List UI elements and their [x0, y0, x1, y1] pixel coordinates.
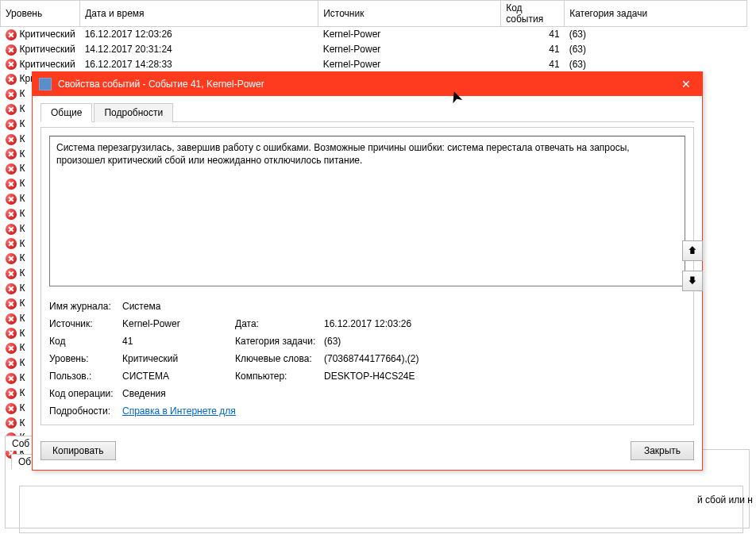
cell-level: К	[20, 328, 25, 339]
close-button[interactable]: Закрыть	[631, 441, 694, 460]
cell-level: К	[20, 372, 25, 383]
error-icon	[6, 238, 17, 249]
cell-level: К	[20, 193, 25, 204]
cell-level: К	[20, 103, 25, 114]
cell-level: Критический	[20, 44, 75, 55]
label-source: Источник:	[49, 318, 121, 329]
cell-level: К	[20, 417, 25, 428]
error-icon	[6, 104, 17, 115]
tab-general[interactable]: Общие	[40, 103, 92, 122]
next-event-button[interactable]: 🡇	[682, 271, 703, 291]
error-icon	[6, 358, 17, 369]
error-icon	[6, 283, 17, 294]
cell-level: К	[20, 267, 25, 279]
table-row[interactable]: Критический16.12.2017 14:28:33Kernel-Pow…	[1, 57, 747, 72]
prev-event-button[interactable]: 🡅	[682, 240, 703, 261]
error-icon	[6, 209, 17, 220]
value-task-category: (63)	[324, 336, 523, 347]
cell-date: 16.12.2017 12:03:26	[80, 27, 318, 42]
error-icon	[6, 134, 17, 145]
error-icon	[6, 403, 17, 414]
error-icon	[6, 148, 17, 159]
description-panel: Система перезагрузилась, завершив работу…	[40, 127, 694, 425]
col-header-source[interactable]: Источник	[318, 1, 501, 27]
label-keywords: Ключевые слова:	[235, 353, 322, 364]
cell-level: К	[20, 357, 25, 368]
label-task-category: Категория задачи:	[235, 336, 322, 347]
col-header-category[interactable]: Категория задачи	[565, 1, 747, 27]
cell-level: К	[20, 298, 25, 309]
value-user: СИСТЕМА	[122, 371, 233, 382]
tab-details[interactable]: Подробности	[94, 103, 173, 122]
arrow-up-icon: 🡅	[688, 245, 697, 256]
cell-level: К	[20, 252, 25, 263]
event-properties-dialog: Свойства событий - Событие 41, Kernel-Po…	[32, 71, 703, 471]
error-icon	[6, 268, 17, 279]
cell-level: К	[20, 387, 25, 398]
event-description[interactable]: Система перезагрузилась, завершив работу…	[49, 136, 685, 286]
error-icon	[6, 343, 17, 354]
value-event-id: 41	[122, 336, 233, 347]
app-icon	[39, 78, 52, 90]
value-level: Критический	[122, 353, 233, 364]
cell-id: 41	[501, 27, 565, 42]
error-icon	[6, 194, 17, 205]
label-level: Уровень:	[49, 353, 121, 364]
error-icon	[6, 89, 17, 100]
cell-level: К	[20, 238, 25, 249]
cell-level: К	[20, 148, 25, 159]
label-user: Пользов.:	[49, 371, 121, 382]
dialog-titlebar[interactable]: Свойства событий - Событие 41, Kernel-Po…	[33, 72, 702, 96]
event-details-grid: Имя журнала: Система Источник: Kernel-Po…	[49, 301, 685, 417]
cell-level: Критический	[20, 29, 75, 40]
dialog-tabs: Общие Подробности	[40, 102, 694, 122]
error-icon	[6, 417, 17, 428]
cell-date: 16.12.2017 14:28:33	[80, 57, 318, 72]
col-header-eventid[interactable]: Код события	[501, 1, 565, 27]
col-header-level[interactable]: Уровень	[1, 1, 80, 27]
cell-level: К	[20, 88, 25, 99]
cell-level: К	[20, 223, 25, 234]
label-opcode: Код операции:	[49, 388, 121, 399]
value-computer: DESKTOP-H4CS24E	[324, 371, 523, 382]
cell-level: К	[20, 282, 25, 294]
value-source: Kernel-Power	[122, 318, 233, 329]
error-icon	[6, 179, 17, 190]
dialog-title: Свойства событий - Событие 41, Kernel-Po…	[58, 79, 670, 90]
cell-category: (63)	[565, 42, 747, 57]
label-log-name: Имя журнала:	[49, 301, 121, 312]
value-log-name: Система	[122, 301, 523, 312]
cell-level: К	[20, 342, 25, 353]
col-header-date[interactable]: Дата и время	[80, 1, 318, 27]
cell-source: Kernel-Power	[318, 27, 501, 42]
cell-level: К	[20, 133, 25, 144]
cell-date: 14.12.2017 20:31:24	[80, 42, 318, 57]
error-icon	[6, 29, 17, 40]
error-icon	[6, 59, 17, 70]
value-keywords: (70368744177664),(2)	[324, 353, 523, 364]
label-more-info: Подробности:	[49, 405, 121, 417]
arrow-down-icon: 🡇	[688, 275, 697, 286]
error-icon	[6, 388, 17, 399]
value-date: 16.12.2017 12:03:26	[324, 318, 523, 329]
error-icon	[6, 328, 17, 339]
cell-id: 41	[501, 57, 565, 72]
table-row[interactable]: Критический16.12.2017 12:03:26Kernel-Pow…	[1, 27, 747, 42]
error-icon	[6, 224, 17, 235]
cell-level: К	[20, 313, 25, 324]
cell-source: Kernel-Power	[318, 42, 501, 57]
cell-level: К	[20, 402, 25, 413]
cell-id: 41	[501, 42, 565, 57]
error-icon	[6, 163, 17, 175]
cell-level: К	[20, 163, 25, 174]
value-opcode: Сведения	[122, 388, 523, 399]
cell-level: К	[20, 118, 25, 129]
error-icon	[6, 313, 17, 325]
help-link[interactable]: Справка в Интернете для	[122, 405, 236, 417]
error-icon	[6, 373, 17, 384]
cell-category: (63)	[565, 27, 747, 42]
error-icon	[6, 44, 17, 56]
close-icon[interactable]: ✕	[670, 72, 702, 96]
copy-button[interactable]: Копировать	[40, 441, 116, 460]
table-row[interactable]: Критический14.12.2017 20:31:24Kernel-Pow…	[1, 42, 747, 57]
